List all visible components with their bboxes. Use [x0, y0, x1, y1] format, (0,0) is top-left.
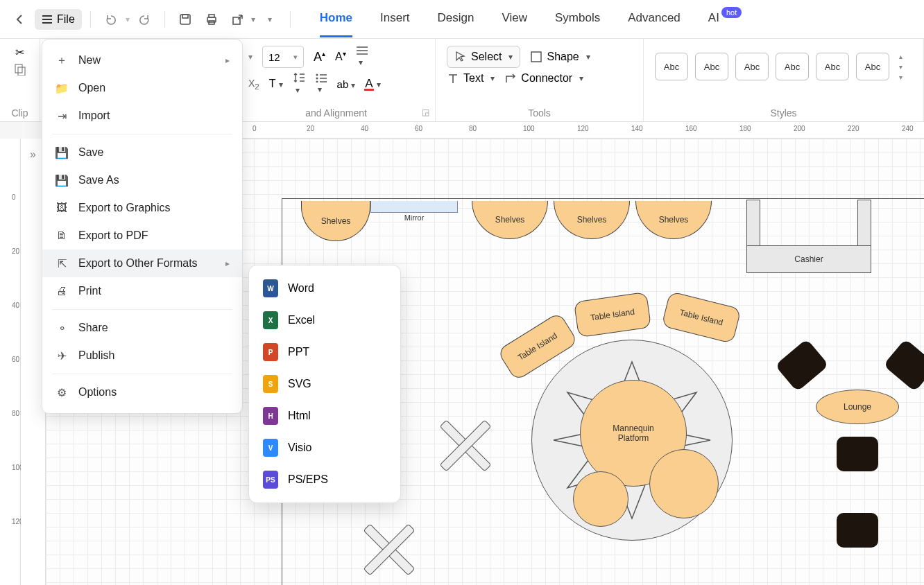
svg-rect-3 [209, 15, 214, 17]
font-dialog-launcher-icon[interactable]: ◲ [422, 107, 429, 117]
export-svg[interactable]: SSVG [249, 368, 400, 400]
overflow-icon[interactable]: ▾ [258, 8, 282, 31]
chevron-right-icon: ▸ [225, 55, 230, 65]
export-ps[interactable]: PSPS/EPS [249, 464, 400, 496]
style-swatch-4[interactable]: Abc [776, 53, 809, 80]
save-icon[interactable] [173, 8, 197, 31]
mannequin-small[interactable] [649, 449, 719, 518]
vertical-ruler: 0 20 40 60 80 100 120 [0, 139, 21, 585]
file-export-graphics[interactable]: 🖼Export to Graphics [42, 194, 242, 222]
tab-design[interactable]: Design [438, 11, 474, 28]
styles-more-icon[interactable]: ▾ [899, 73, 902, 81]
export-word[interactable]: WWord [249, 272, 400, 304]
file-menu-button[interactable]: File [35, 9, 82, 30]
styles-down-icon[interactable]: ▾ [899, 63, 902, 71]
save-icon: 💾 [55, 146, 69, 159]
file-save[interactable]: 💾Save [42, 139, 242, 166]
file-export-other[interactable]: ⇱Export to Other Formats▸ [42, 250, 242, 277]
style-swatch-1[interactable]: Abc [655, 53, 688, 80]
select-tool[interactable]: Select [447, 46, 520, 68]
new-icon: ＋ [55, 53, 69, 67]
line-spacing-icon[interactable] [293, 72, 305, 96]
tab-home[interactable]: Home [320, 11, 352, 28]
increase-font-icon[interactable]: A▴ [314, 50, 325, 64]
file-new[interactable]: ＋New▸ [42, 46, 242, 74]
mannequin-small[interactable] [573, 471, 628, 527]
chair-shape[interactable] [837, 513, 878, 548]
export-icon: ⇱ [55, 256, 69, 270]
decrease-font-icon[interactable]: A▾ [335, 50, 346, 63]
styles-up-icon[interactable]: ▴ [899, 53, 902, 60]
list-icon[interactable] [315, 73, 327, 95]
svg-point-9 [316, 78, 318, 80]
align-icon[interactable] [356, 46, 368, 68]
file-publish[interactable]: ✈Publish [42, 342, 242, 369]
style-swatch-2[interactable]: Abc [695, 53, 728, 80]
tab-symbols[interactable]: Symbols [555, 11, 600, 28]
file-options[interactable]: ⚙Options [42, 378, 242, 406]
mirror-shape[interactable]: Mirror [370, 201, 458, 213]
export-ppt[interactable]: PPPT [249, 336, 400, 368]
file-export-pdf[interactable]: 🗎Export to PDF [42, 222, 242, 250]
tab-view[interactable]: View [502, 11, 527, 28]
copy-icon[interactable] [14, 63, 26, 76]
export-visio[interactable]: VVisio [249, 432, 400, 464]
svg-rect-7 [18, 67, 25, 76]
lounge-shape[interactable]: Lounge [816, 390, 899, 424]
tab-insert[interactable]: Insert [380, 11, 410, 28]
text-direction-icon[interactable]: ab [337, 78, 356, 90]
file-share[interactable]: ⚬Share [42, 314, 242, 342]
style-swatch-3[interactable]: Abc [735, 53, 769, 80]
hamburger-icon [42, 15, 53, 24]
svg-point-8 [316, 74, 318, 76]
back-icon[interactable] [8, 8, 32, 31]
export-submenu: WWord XExcel PPPT SSVG HHtml VVisio PSPS… [248, 265, 401, 503]
cashier-shape[interactable]: Cashier [746, 200, 871, 273]
word-icon: W [263, 279, 278, 297]
tab-advanced[interactable]: Advanced [628, 11, 681, 28]
style-swatch-5[interactable]: Abc [816, 53, 849, 80]
styles-group-label: Styles [655, 105, 912, 119]
cut-icon[interactable]: ✂ [15, 46, 24, 59]
ppt-icon: P [263, 343, 278, 361]
connector-icon [504, 72, 517, 85]
print-icon: 🖨 [55, 284, 69, 298]
export-html[interactable]: HHtml [249, 400, 400, 432]
file-menu: ＋New▸ 📁Open ⇥Import 💾Save 💾Save As 🖼Expo… [42, 39, 243, 414]
font-size-select[interactable]: 12▾ [262, 46, 304, 68]
file-import[interactable]: ⇥Import [42, 102, 242, 130]
text-tool[interactable]: Text [447, 72, 495, 85]
cross-shape[interactable] [441, 421, 490, 470]
svg-rect-6 [15, 64, 22, 73]
share-icon: ⚬ [55, 321, 69, 335]
redo-icon[interactable] [132, 8, 156, 31]
export-icon[interactable] [226, 8, 250, 31]
text-icon [447, 72, 459, 85]
style-swatch-6[interactable]: Abc [856, 53, 889, 80]
publish-icon: ✈ [55, 349, 69, 363]
shape-tool[interactable]: Shape [530, 51, 590, 63]
svg-icon: S [263, 375, 278, 393]
tools-group-label: Tools [447, 105, 632, 119]
print-icon[interactable] [200, 8, 223, 31]
file-save-as[interactable]: 💾Save As [42, 166, 242, 194]
file-print[interactable]: 🖨Print [42, 277, 242, 305]
excel-icon: X [263, 311, 278, 329]
export-excel[interactable]: XExcel [249, 304, 400, 336]
svg-rect-1 [182, 15, 188, 18]
font-color-icon[interactable]: A [365, 77, 380, 91]
pdf-icon: 🗎 [55, 229, 69, 243]
folder-icon: 📁 [55, 81, 69, 95]
chair-shape[interactable] [837, 437, 878, 471]
hot-badge: hot [721, 7, 742, 18]
tab-ai[interactable]: AIhot [708, 11, 739, 28]
html-icon: H [263, 407, 278, 425]
svg-rect-11 [531, 52, 541, 62]
file-open[interactable]: 📁Open [42, 74, 242, 102]
font-icon[interactable]: T [269, 78, 283, 90]
undo-icon[interactable] [99, 8, 123, 31]
svg-rect-0 [180, 15, 190, 24]
shape-icon [530, 51, 542, 63]
connector-tool[interactable]: Connector [504, 72, 583, 85]
cross-shape[interactable] [365, 525, 413, 574]
